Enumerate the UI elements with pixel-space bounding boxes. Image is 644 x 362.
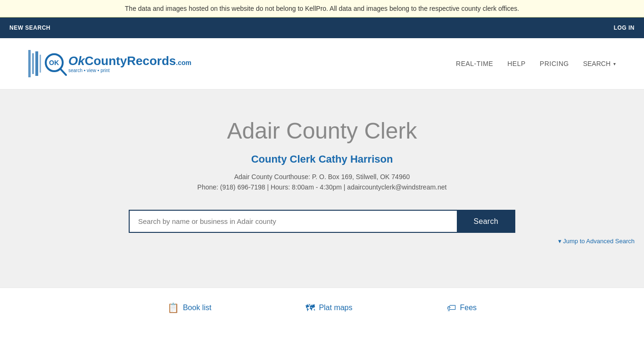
logo-graphic: OK bbox=[28, 48, 68, 80]
county-phone: Phone: (918) 696-7198 | Hours: 8:00am - … bbox=[198, 183, 447, 191]
nav-help[interactable]: HELP bbox=[507, 60, 526, 67]
nav-search-dropdown[interactable]: SEARCH ▾ bbox=[583, 60, 616, 67]
logo-dotcom: .com bbox=[176, 59, 191, 66]
svg-line-5 bbox=[60, 69, 66, 75]
svg-rect-3 bbox=[40, 55, 41, 73]
footer-link-plat-maps[interactable]: 🗺 Plat maps bbox=[305, 302, 352, 313]
chevron-down-icon: ▾ bbox=[613, 61, 616, 66]
search-button[interactable]: Search bbox=[457, 210, 516, 233]
plat-maps-label: Plat maps bbox=[319, 304, 352, 312]
fees-icon: 🏷 bbox=[447, 303, 456, 313]
svg-rect-2 bbox=[35, 51, 38, 76]
main-content: Adair County Clerk County Clerk Cathy Ha… bbox=[0, 90, 644, 288]
svg-rect-1 bbox=[32, 53, 34, 74]
svg-rect-0 bbox=[28, 50, 31, 77]
search-input[interactable] bbox=[129, 210, 457, 233]
log-in-link[interactable]: LOG IN bbox=[614, 25, 635, 31]
plat-maps-icon: 🗺 bbox=[305, 303, 315, 313]
footer-link-fees[interactable]: 🏷 Fees bbox=[447, 302, 477, 313]
fees-label: Fees bbox=[460, 304, 477, 312]
notice-banner: The data and images hosted on this websi… bbox=[0, 0, 644, 17]
nav-search-label: SEARCH bbox=[583, 60, 611, 67]
logo-ok: Ok bbox=[68, 54, 85, 68]
nav-realtime[interactable]: REAL-TIME bbox=[456, 60, 493, 67]
banner-text: The data and images hosted on this websi… bbox=[125, 5, 519, 12]
site-header: OK OkCountyRecords.com search • view • p… bbox=[0, 38, 644, 90]
logo-county-records: CountyRecords bbox=[85, 54, 176, 68]
footer-link-book-list[interactable]: 📋 Book list bbox=[167, 302, 211, 313]
top-nav: NEW SEARCH LOG IN bbox=[0, 17, 644, 38]
advanced-search-link[interactable]: ▾ Jump to Advanced Search bbox=[558, 238, 635, 245]
clerk-name: County Clerk Cathy Harrison bbox=[251, 153, 393, 165]
book-list-label: Book list bbox=[183, 304, 211, 312]
footer: 📋 Book list 🗺 Plat maps 🏷 Fees bbox=[0, 288, 644, 328]
svg-text:OK: OK bbox=[49, 59, 59, 66]
book-list-icon: 📋 bbox=[167, 302, 179, 313]
main-nav: REAL-TIME HELP PRICING SEARCH ▾ bbox=[456, 60, 616, 67]
logo-tagline: search • view • print bbox=[68, 68, 191, 73]
county-title: Adair County Clerk bbox=[227, 118, 417, 144]
county-address: Adair County Courthouse: P. O. Box 169, … bbox=[234, 173, 410, 181]
logo-area[interactable]: OK OkCountyRecords.com search • view • p… bbox=[28, 48, 191, 80]
nav-pricing[interactable]: PRICING bbox=[540, 60, 569, 67]
new-search-link[interactable]: NEW SEARCH bbox=[9, 25, 50, 31]
advanced-search-area: ▾ Jump to Advanced Search bbox=[248, 238, 635, 245]
search-bar: Search bbox=[129, 210, 515, 233]
